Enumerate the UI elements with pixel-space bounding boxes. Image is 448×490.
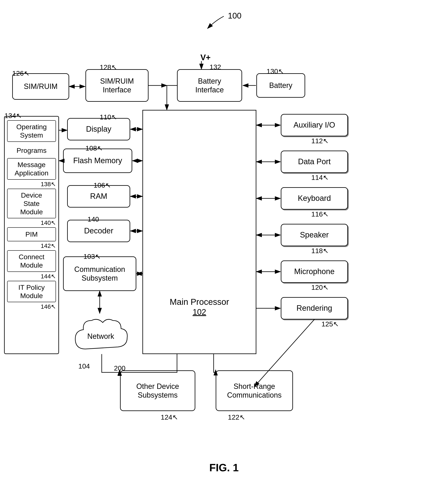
it-policy-item: IT PolicyModule bbox=[7, 281, 56, 302]
svg-text:Network: Network bbox=[87, 332, 114, 341]
rendering-ref: 125↖ bbox=[321, 320, 339, 328]
software-stack: OperatingSystem Programs MessageApplicat… bbox=[4, 116, 59, 354]
ref-200: 200 bbox=[114, 364, 126, 372]
battery-ref: 130↖ bbox=[267, 67, 284, 75]
auxiliary-io-ref: 112↖ bbox=[311, 137, 328, 145]
sim-ruim-ref: 126↖ bbox=[12, 69, 29, 77]
display-ref: 110↖ bbox=[100, 113, 117, 121]
device-state-item: DeviceStateModule bbox=[7, 189, 56, 218]
battery-interface-box: Battery Interface bbox=[177, 69, 242, 102]
battery-interface-ref: 132 bbox=[210, 63, 221, 71]
short-range-box: Short-Range Communications bbox=[216, 370, 293, 411]
auxiliary-io-box: Auxiliary I/O bbox=[281, 114, 348, 136]
ram-ref: 106↖ bbox=[94, 181, 111, 189]
diagram: 100 SIM/RUIM 126↖ SIM/RUIM Interface 128… bbox=[0, 0, 448, 490]
microphone-box: Microphone bbox=[281, 261, 348, 283]
programs-item: Programs bbox=[7, 144, 56, 157]
sim-ruim-interface-box: SIM/RUIM Interface bbox=[86, 69, 148, 102]
comm-subsystem-box: Communication Subsystem bbox=[63, 256, 136, 291]
data-port-ref: 114↖ bbox=[311, 173, 328, 182]
software-stack-ref: 134↖ bbox=[4, 112, 22, 120]
rendering-box: Rendering bbox=[281, 297, 348, 319]
speaker-box: Speaker bbox=[281, 224, 348, 246]
battery-box: Battery bbox=[256, 73, 305, 98]
message-app-item: MessageApplication bbox=[7, 158, 56, 180]
keyboard-ref: 116↖ bbox=[311, 210, 328, 218]
short-range-ref: 122↖ bbox=[228, 413, 245, 421]
microphone-ref: 120↖ bbox=[311, 283, 328, 291]
flash-memory-box: Flash Memory bbox=[63, 149, 132, 173]
figure-ref-100: 100 bbox=[228, 11, 241, 20]
fig-caption: FIG. 1 bbox=[0, 462, 448, 474]
keyboard-box: Keyboard bbox=[281, 187, 348, 210]
pim-item: PIM bbox=[7, 227, 56, 241]
decoder-ref: 140 bbox=[87, 215, 99, 223]
other-subsystems-ref: 124↖ bbox=[161, 413, 178, 421]
network-cloud: Network bbox=[69, 313, 132, 360]
data-port-box: Data Port bbox=[281, 151, 348, 173]
connect-module-item: ConnectModule bbox=[7, 250, 56, 272]
vplus-label: V+ bbox=[200, 53, 211, 62]
os-item: OperatingSystem bbox=[7, 120, 56, 142]
speaker-ref: 118↖ bbox=[311, 247, 328, 255]
display-box: Display bbox=[67, 118, 130, 140]
flash-memory-ref: 108↖ bbox=[86, 144, 103, 152]
main-processor-box: Main Processor 102 bbox=[142, 110, 256, 354]
sim-ruim-interface-ref: 128↖ bbox=[100, 63, 117, 71]
network-ref: 104 bbox=[78, 362, 90, 370]
other-subsystems-box: Other Device Subsystems bbox=[120, 370, 195, 411]
comm-subsystem-ref: 103↖ bbox=[83, 252, 101, 261]
